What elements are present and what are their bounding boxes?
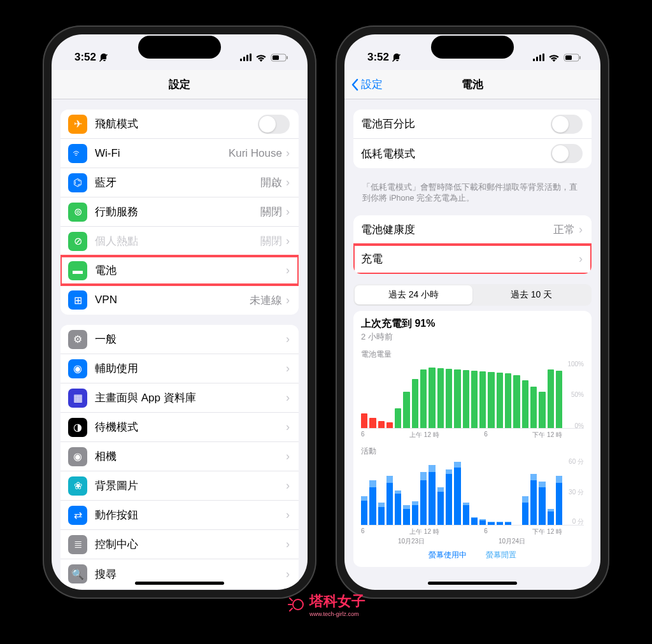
chart-bar [429, 368, 435, 428]
settings-row[interactable]: ⚙一般› [60, 325, 299, 354]
toggle[interactable] [551, 144, 583, 163]
wifi-icon [548, 54, 560, 62]
seg-10d[interactable]: 過去 10 天 [472, 285, 590, 304]
page-title: 設定 [169, 77, 190, 92]
cellular-signal-icon [533, 54, 544, 61]
settings-row[interactable]: ⇄動作按鈕› [60, 501, 299, 530]
settings-row[interactable]: 充電› [353, 245, 592, 274]
chart-bar [539, 392, 545, 428]
row-label: 搜尋 [95, 567, 286, 582]
settings-list[interactable]: ✈飛航模式ᯤWi-FiKuri House›⌬藍牙開啟›⊚行動服務關閉›⊘個人熱… [52, 99, 308, 590]
svg-rect-10 [542, 54, 544, 61]
home-indicator[interactable] [428, 582, 517, 585]
toggle[interactable] [258, 115, 290, 134]
battery-level-chart: 100% 50% 0% [361, 362, 584, 429]
chevron-right-icon: › [286, 538, 290, 551]
settings-row[interactable]: ≣控制中心› [60, 530, 299, 559]
settings-row[interactable]: ⊚行動服務關閉› [60, 197, 299, 227]
bluetooth-icon: ⌬ [68, 173, 87, 192]
chart-bar [488, 522, 494, 525]
chart-bar [548, 509, 554, 524]
settings-row[interactable]: ❀背景圖片› [60, 471, 299, 501]
row-label: 背景圖片 [95, 478, 286, 493]
row-label: 電池百分比 [361, 117, 551, 131]
settings-row[interactable]: ⊘個人熱點關閉› [60, 227, 299, 256]
settings-row[interactable]: ᯤWi-FiKuri House› [60, 139, 299, 168]
settings-row[interactable]: ◉相機› [60, 442, 299, 471]
page-title: 電池 [462, 77, 483, 92]
apps-icon: ▦ [68, 389, 87, 408]
svg-rect-9 [539, 55, 541, 61]
home-indicator[interactable] [135, 582, 224, 585]
chevron-right-icon: › [286, 479, 290, 492]
chart-bar [412, 379, 418, 428]
ytick: 50% [571, 391, 584, 398]
chart-bar [522, 496, 528, 525]
last-charge-title: 上次充電到 91% [361, 317, 584, 331]
settings-row[interactable]: ▦主畫面與 App 資料庫› [60, 383, 299, 413]
row-label: 控制中心 [95, 537, 286, 552]
chevron-right-icon: › [286, 234, 290, 248]
chevron-right-icon: › [579, 223, 583, 236]
settings-row[interactable]: ✈飛航模式 [60, 110, 299, 139]
chart-bar [479, 519, 486, 525]
seg-24h[interactable]: 過去 24 小時 [355, 285, 472, 304]
chevron-right-icon: › [286, 264, 290, 277]
settings-row[interactable]: ⌬藍牙開啟› [60, 168, 299, 197]
battery-icon: ▬ [68, 261, 87, 280]
settings-row[interactable]: 低耗電模式 [353, 139, 592, 168]
settings-row[interactable]: ◑待機模式› [60, 413, 299, 442]
activity-chart: 60 分 30 分 0 分 [361, 459, 584, 526]
settings-row[interactable]: 電池百分比 [353, 110, 592, 139]
chevron-right-icon: › [286, 568, 290, 581]
watermark-text: 塔科女子 [309, 592, 365, 611]
toggle[interactable] [551, 115, 583, 134]
time-range-segment[interactable]: 過去 24 小時 過去 10 天 [353, 284, 592, 306]
row-label: 動作按鈕 [95, 508, 286, 522]
hotspot-icon: ⊘ [68, 232, 87, 251]
chevron-right-icon: › [286, 362, 290, 375]
chart-bar [539, 482, 545, 525]
chart-bar [378, 421, 385, 427]
vpn-icon: ⊞ [68, 290, 87, 310]
chart-bar [378, 503, 385, 525]
wifi-icon [255, 54, 267, 62]
chart-bar [361, 496, 367, 525]
chart-bar [395, 408, 401, 428]
settings-row[interactable]: 電池健康度正常› [353, 215, 592, 245]
chevron-right-icon: › [286, 508, 290, 522]
chart-bar [437, 487, 444, 525]
svg-rect-12 [565, 55, 572, 60]
chart-bar [403, 392, 409, 428]
chart-bar [437, 368, 444, 428]
phone-right: 3:52 設定 電池 電池百分比低耗電模式 「低耗電模式」會暫時降低下載 [336, 25, 609, 599]
chart-bar [446, 469, 452, 525]
row-value: 關閉 [260, 234, 282, 248]
settings-row[interactable]: ⊞VPN未連線› [60, 285, 299, 315]
xaxis: 6上午 12 時6下午 12 時 [361, 431, 584, 440]
chart-bar [530, 387, 537, 427]
chart-bar [497, 522, 503, 525]
svg-rect-3 [250, 54, 252, 61]
activity-legend: 螢幕使用中 螢幕閒置 [361, 550, 584, 561]
row-label: 一般 [95, 332, 286, 347]
legend-screen-idle: 螢幕閒置 [486, 550, 516, 561]
row-label: 電池 [95, 263, 286, 278]
row-value: 正常 [553, 222, 575, 237]
chart-bar [454, 369, 460, 428]
chart-bar [412, 501, 418, 524]
chart-bar [386, 476, 393, 524]
settings-row[interactable]: ▬電池› [60, 256, 299, 285]
back-button[interactable]: 設定 [351, 70, 383, 99]
chevron-right-icon: › [286, 333, 290, 346]
ytick: 100% [567, 361, 584, 368]
chevron-right-icon: › [286, 450, 290, 463]
chart-bar [556, 371, 562, 427]
settings-row[interactable]: ◉輔助使用› [60, 354, 299, 383]
chevron-right-icon: › [286, 205, 290, 218]
row-label: 相機 [95, 449, 286, 464]
chart-bar [479, 371, 486, 427]
chart-bar [505, 373, 511, 427]
chart-bar [463, 503, 469, 525]
battery-content[interactable]: 電池百分比低耗電模式 「低耗電模式」會暫時降低下載和郵件擷取等背景活動，直到你將… [344, 99, 600, 590]
